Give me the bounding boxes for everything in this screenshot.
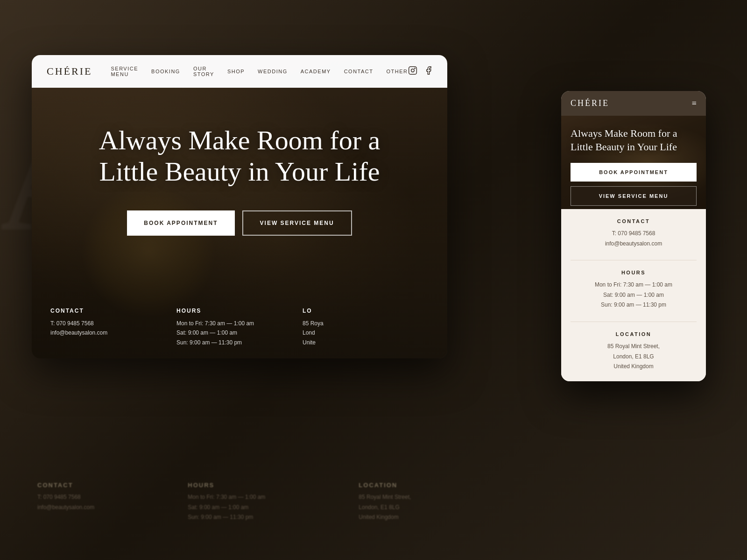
mobile-hours-info: Mon to Fri: 7:30 am — 1:00 am Sat: 9:00 … xyxy=(571,280,697,310)
mobile-header: CHÉRIE ≡ xyxy=(561,91,706,116)
mobile-hero-content: Always Make Room for a Little Beauty in … xyxy=(561,116,706,209)
facebook-icon[interactable] xyxy=(424,66,433,77)
bg-location-info: 85 Royal Mint Street, London, E1 8LG Uni… xyxy=(359,492,411,523)
desktop-location-col: LO 85 Roya Lond Unite xyxy=(303,308,429,347)
mobile-menu-icon[interactable]: ≡ xyxy=(692,98,697,108)
nav-academy[interactable]: ACADEMY xyxy=(301,69,331,74)
desktop-contact-info: T: 070 9485 7568 info@beautysalon.com xyxy=(50,319,176,338)
bg-hours-section: HOURS Mon to Fri: 7:30 am — 1:00 am Sat:… xyxy=(188,482,265,523)
mobile-location-section: LOCATION 85 Royal Mint Street, London, E… xyxy=(571,331,697,372)
desktop-nav: CHÉRIE SERVICE MENU BOOKING OUR STORY SH… xyxy=(32,55,447,88)
mobile-info: CONTACT T: 070 9485 7568 info@beautysalo… xyxy=(561,209,706,381)
bg-hours-info: Mon to Fri: 7:30 am — 1:00 am Sat: 9:00 … xyxy=(188,492,265,523)
social-icons xyxy=(408,66,433,77)
instagram-icon[interactable] xyxy=(408,66,417,77)
desktop-book-button[interactable]: BOOK APPOINTMENT xyxy=(127,210,234,236)
mobile-hero: Always Make Room for a Little Beauty in … xyxy=(561,116,706,209)
background-footer: CONTACT T: 070 9485 7568 info@beautysalo… xyxy=(37,482,710,523)
bg-hours-heading: HOURS xyxy=(188,482,265,489)
desktop-footer: CONTACT T: 070 9485 7568 info@beautysalo… xyxy=(32,296,447,358)
mobile-location-info: 85 Royal Mint Street, London, E1 8LG Uni… xyxy=(571,342,697,372)
desktop-hours-info: Mon to Fri: 7:30 am — 1:00 am Sat: 9:00 … xyxy=(176,319,303,347)
mobile-logo: CHÉRIE xyxy=(571,98,609,108)
mobile-card: CHÉRIE ≡ Always Make Room for a Little B… xyxy=(561,91,706,381)
nav-our-story[interactable]: OUR STORY xyxy=(193,66,214,77)
mobile-hours-heading: HOURS xyxy=(571,270,697,275)
divider-2 xyxy=(571,322,697,322)
nav-contact[interactable]: CONTACT xyxy=(344,69,374,74)
desktop-contact-heading: CONTACT xyxy=(50,308,176,314)
desktop-location-heading: LO xyxy=(303,308,429,314)
mobile-hours-section: HOURS Mon to Fri: 7:30 am — 1:00 am Sat:… xyxy=(571,270,697,310)
desktop-hours-heading: HOURS xyxy=(176,308,303,314)
mobile-headline: Always Make Room for a Little Beauty in … xyxy=(571,127,697,154)
mobile-contact-heading: CONTACT xyxy=(571,218,697,224)
nav-wedding[interactable]: WEDDING xyxy=(258,69,288,74)
desktop-cta-buttons: BOOK APPOINTMENT VIEW SERVICE MENU xyxy=(127,210,352,236)
bg-location-section: LOCATION 85 Royal Mint Street, London, E… xyxy=(359,482,411,523)
mobile-contact-section: CONTACT T: 070 9485 7568 info@beautysalo… xyxy=(571,218,697,249)
desktop-contact-col: CONTACT T: 070 9485 7568 info@beautysalo… xyxy=(50,308,176,347)
nav-links: SERVICE MENU BOOKING OUR STORY SHOP WEDD… xyxy=(111,66,408,77)
mobile-location-heading: LOCATION xyxy=(571,331,697,337)
nav-shop[interactable]: SHOP xyxy=(227,69,245,74)
desktop-location-info: 85 Roya Lond Unite xyxy=(303,319,429,347)
mobile-service-button[interactable]: VIEW SERVICE MENU xyxy=(571,186,697,206)
bg-contact-heading: CONTACT xyxy=(37,482,94,489)
bg-contact-info: T: 070 9485 7568 info@beautysalon.com xyxy=(37,492,94,512)
bg-location-heading: LOCATION xyxy=(359,482,411,489)
desktop-logo: CHÉRIE xyxy=(47,65,92,77)
svg-point-2 xyxy=(414,68,415,68)
svg-rect-0 xyxy=(409,66,416,74)
nav-booking[interactable]: BOOKING xyxy=(151,69,180,74)
mobile-book-button[interactable]: BOOK APPOINTMENT xyxy=(571,163,697,182)
nav-service-menu[interactable]: SERVICE MENU xyxy=(111,66,138,77)
svg-point-1 xyxy=(411,69,414,72)
desktop-service-button[interactable]: VIEW SERVICE MENU xyxy=(242,210,352,236)
desktop-headline: Always Make Room for a Little Beauty in … xyxy=(85,125,394,187)
mobile-contact-info: T: 070 9485 7568 info@beautysalon.com xyxy=(571,229,697,249)
bg-contact-section: CONTACT T: 070 9485 7568 info@beautysalo… xyxy=(37,482,94,523)
nav-other[interactable]: OTHER xyxy=(387,69,408,74)
desktop-hours-col: HOURS Mon to Fri: 7:30 am — 1:00 am Sat:… xyxy=(176,308,303,347)
divider-1 xyxy=(571,260,697,260)
desktop-card: CHÉRIE SERVICE MENU BOOKING OUR STORY SH… xyxy=(32,55,447,358)
